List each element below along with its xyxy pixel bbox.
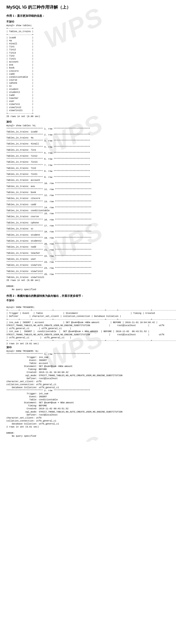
error-message: No query specified xyxy=(7,434,169,438)
sub-heading-with-g: 加\G xyxy=(7,120,169,124)
section-2-heading: 作用 2：将横向输出的数据转换为纵向输出，并展示更多细节： xyxy=(7,294,169,298)
sql-command: mysql> show tables \G; xyxy=(7,124,169,127)
rows-footer: 25 rows in set (0.00 sec) xyxy=(7,279,169,282)
sub-heading-no-g: 不加\G xyxy=(7,20,169,24)
error-message: No query specified xyxy=(7,288,169,291)
sql-command: mysql> SHOW TRIGGERS \G; xyxy=(7,350,169,352)
sql-command: mysql> show tables; xyxy=(7,24,169,27)
sub-heading-with-g: 加\G xyxy=(7,346,169,349)
blank-line xyxy=(7,428,169,432)
table-output: +------------------+ | Tables_in_trains … xyxy=(7,27,169,115)
section-1-heading: 作用 1：显示更加详细的信息： xyxy=(7,14,169,18)
trigger-g-output: *************************** 1. row *****… xyxy=(7,352,169,425)
rows-footer: 2 rows in set (0.01 sec) xyxy=(7,342,169,345)
blank-line xyxy=(7,282,169,285)
rows-footer: 2 rows in set (0.01 sec) xyxy=(7,425,169,428)
g-output: *************************** 1. row *****… xyxy=(7,127,169,279)
sub-heading-no-g: 不加\G xyxy=(7,299,169,302)
error-label: ERROR: xyxy=(7,432,169,434)
triggers-table: +--------+--------+---------------+-----… xyxy=(7,309,169,342)
page-title: MySQL \G 的三种作用详解（上） xyxy=(7,4,169,10)
rows-footer: 25 rows in set (0.00 sec) xyxy=(7,115,169,118)
sql-command: mysql> SHOW TRIGGERS; xyxy=(7,306,169,309)
blank-line xyxy=(7,303,169,306)
error-label: ERROR: xyxy=(7,285,169,288)
document-content: MySQL \G 的三种作用详解（上） 作用 1：显示更加详细的信息： 不加\G… xyxy=(0,0,176,442)
